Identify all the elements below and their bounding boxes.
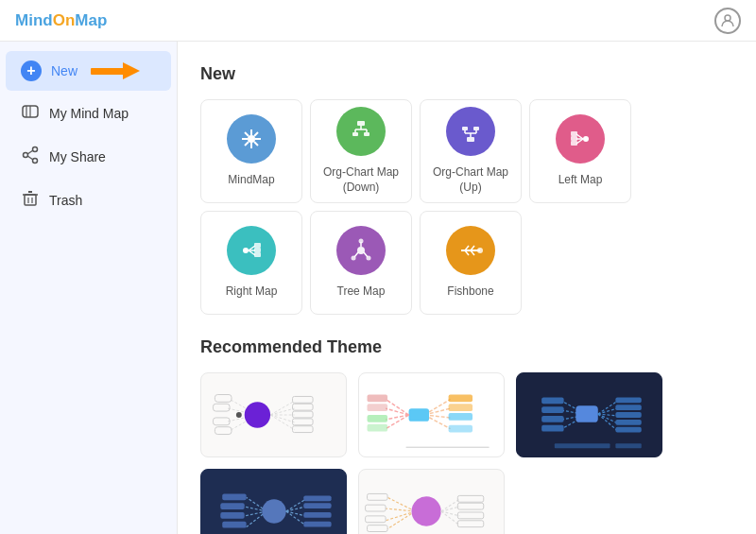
map-card-right-map[interactable]: Right Map bbox=[200, 211, 302, 315]
svg-rect-44 bbox=[571, 136, 577, 141]
theme-card-3[interactable] bbox=[516, 372, 662, 457]
svg-rect-150 bbox=[368, 525, 388, 532]
svg-line-117 bbox=[598, 414, 618, 431]
svg-rect-132 bbox=[222, 522, 246, 528]
svg-rect-71 bbox=[213, 404, 230, 411]
theme-card-1[interactable] bbox=[200, 372, 347, 457]
svg-line-24 bbox=[254, 142, 258, 146]
map-card-mindmap[interactable]: MindMap bbox=[200, 99, 302, 203]
svg-rect-110 bbox=[541, 416, 563, 422]
svg-rect-33 bbox=[473, 127, 479, 130]
svg-rect-112 bbox=[576, 405, 597, 422]
map-card-fishbone-label: Fishbone bbox=[447, 284, 493, 300]
mindmap-icon bbox=[227, 114, 276, 164]
theme-card-5[interactable] bbox=[358, 469, 505, 534]
svg-point-0 bbox=[725, 15, 730, 21]
svg-line-97 bbox=[386, 415, 408, 420]
main-content: New MindM bbox=[178, 42, 756, 534]
brain-icon bbox=[21, 102, 40, 125]
svg-rect-81 bbox=[293, 404, 314, 410]
svg-line-153 bbox=[441, 507, 460, 511]
map-card-left-map[interactable]: Left Map bbox=[529, 99, 631, 203]
plus-icon: + bbox=[21, 60, 42, 81]
svg-rect-131 bbox=[220, 512, 244, 519]
svg-point-58 bbox=[352, 256, 356, 261]
svg-rect-72 bbox=[213, 418, 230, 425]
svg-line-96 bbox=[386, 408, 408, 415]
map-card-org-up-label: Org-Chart Map (Up) bbox=[421, 165, 521, 195]
svg-rect-92 bbox=[449, 413, 472, 421]
svg-rect-50 bbox=[254, 243, 261, 248]
svg-point-55 bbox=[359, 239, 364, 244]
map-card-right-map-label: Right Map bbox=[226, 284, 278, 300]
map-cards-grid: MindMap Org-Chart Map(Down) bbox=[200, 99, 733, 315]
trash-icon bbox=[21, 189, 40, 212]
svg-rect-108 bbox=[541, 397, 563, 404]
map-card-org-down[interactable]: Org-Chart Map(Down) bbox=[310, 99, 412, 203]
header: MindOnMap bbox=[0, 0, 756, 42]
svg-rect-159 bbox=[457, 521, 483, 527]
svg-point-85 bbox=[236, 412, 242, 418]
tree-map-icon bbox=[336, 226, 386, 275]
share-icon bbox=[21, 146, 40, 168]
svg-rect-138 bbox=[303, 495, 331, 501]
map-card-tree-map-label: Tree Map bbox=[337, 284, 386, 300]
user-avatar-icon[interactable] bbox=[714, 8, 741, 34]
new-section-title: New bbox=[200, 64, 733, 84]
svg-rect-157 bbox=[457, 503, 483, 509]
svg-rect-30 bbox=[352, 132, 358, 136]
svg-line-114 bbox=[598, 408, 618, 414]
svg-rect-91 bbox=[449, 404, 472, 411]
theme-card-2[interactable] bbox=[358, 372, 505, 457]
svg-rect-109 bbox=[541, 406, 563, 413]
svg-rect-32 bbox=[462, 127, 468, 130]
svg-line-79 bbox=[270, 415, 294, 430]
svg-line-9 bbox=[27, 156, 33, 160]
map-card-tree-map[interactable]: Tree Map bbox=[310, 211, 412, 315]
svg-rect-31 bbox=[364, 132, 369, 136]
map-card-fishbone[interactable]: Fishbone bbox=[420, 211, 522, 315]
svg-rect-100 bbox=[368, 404, 388, 411]
sidebar-item-new[interactable]: + New bbox=[6, 51, 171, 91]
svg-line-21 bbox=[245, 132, 249, 136]
svg-rect-102 bbox=[368, 424, 388, 432]
theme-card-4[interactable] bbox=[200, 469, 347, 534]
svg-point-6 bbox=[33, 147, 38, 152]
svg-rect-148 bbox=[366, 505, 387, 511]
svg-rect-158 bbox=[457, 512, 483, 519]
svg-rect-120 bbox=[615, 412, 641, 418]
svg-line-113 bbox=[598, 401, 618, 414]
svg-rect-45 bbox=[571, 141, 577, 146]
svg-rect-1 bbox=[91, 68, 125, 75]
svg-rect-43 bbox=[571, 131, 577, 136]
fishbone-icon bbox=[446, 226, 495, 275]
svg-rect-51 bbox=[254, 248, 261, 252]
svg-rect-124 bbox=[615, 443, 641, 448]
svg-point-74 bbox=[245, 402, 270, 427]
layout: + New My Mind Map My Share bbox=[0, 42, 756, 534]
svg-line-136 bbox=[286, 511, 306, 516]
svg-rect-82 bbox=[293, 411, 314, 418]
svg-rect-99 bbox=[368, 394, 388, 402]
svg-point-133 bbox=[262, 499, 285, 523]
map-card-org-up[interactable]: Org-Chart Map (Up) bbox=[420, 99, 522, 203]
sidebar-item-trash[interactable]: Trash bbox=[6, 180, 171, 221]
sidebar-item-my-mind-map[interactable]: My Mind Map bbox=[6, 93, 171, 134]
right-map-icon bbox=[227, 226, 276, 275]
svg-rect-83 bbox=[293, 419, 314, 425]
svg-rect-11 bbox=[25, 195, 36, 205]
sidebar-item-my-share[interactable]: My Share bbox=[6, 136, 171, 178]
svg-rect-141 bbox=[303, 522, 331, 527]
map-card-org-down-label: Org-Chart Map(Down) bbox=[323, 165, 399, 195]
svg-point-65 bbox=[477, 248, 483, 253]
theme-section-title: Recommended Theme bbox=[200, 337, 733, 357]
svg-line-22 bbox=[254, 132, 258, 136]
map-card-mindmap-label: MindMap bbox=[228, 173, 274, 188]
svg-line-10 bbox=[27, 150, 33, 154]
svg-line-95 bbox=[386, 399, 408, 415]
svg-rect-129 bbox=[222, 493, 246, 500]
svg-point-39 bbox=[583, 136, 589, 142]
svg-marker-2 bbox=[123, 62, 140, 79]
svg-rect-84 bbox=[293, 426, 314, 433]
sidebar-item-trash-label: Trash bbox=[49, 193, 82, 208]
